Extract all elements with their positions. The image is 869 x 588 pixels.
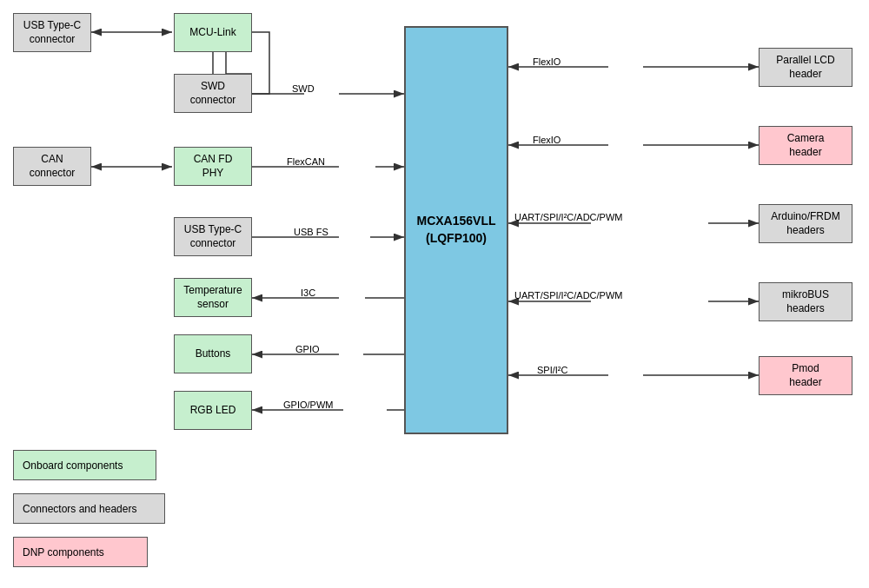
label-flexio1: FlexIO bbox=[533, 56, 561, 67]
label-uart1: UART/SPI/I²C/ADC/PWM bbox=[514, 212, 622, 222]
label-uart2: UART/SPI/I²C/ADC/PWM bbox=[514, 290, 622, 301]
can-connector: CANconnector bbox=[13, 147, 91, 186]
label-swd: SWD bbox=[292, 83, 315, 94]
label-gpio-pwm: GPIO/PWM bbox=[283, 400, 333, 410]
label-flexcan: FlexCAN bbox=[287, 156, 325, 167]
label-flexio2: FlexIO bbox=[533, 135, 561, 145]
rgb-led: RGB LED bbox=[174, 391, 252, 430]
usb-type-c-2: USB Type-Cconnector bbox=[174, 217, 252, 256]
temperature-sensor: Temperaturesensor bbox=[174, 278, 252, 317]
arduino-frdm-headers: Arduino/FRDMheaders bbox=[759, 204, 852, 243]
mcu-link: MCU-Link bbox=[174, 13, 252, 52]
swd-connector: SWDconnector bbox=[174, 74, 252, 113]
label-spi-i2c: SPI/I²C bbox=[537, 365, 567, 375]
diagram-container: SWD FlexCAN USB FS I3C GPIO GPIO/PWM Fle… bbox=[0, 0, 869, 588]
parallel-lcd-header: Parallel LCDheader bbox=[759, 48, 852, 87]
pmod-header: Pmodheader bbox=[759, 356, 852, 395]
legend-dnp: DNP components bbox=[13, 537, 148, 567]
buttons-box: Buttons bbox=[174, 334, 252, 373]
usb-c-connector: USB Type-C connector bbox=[13, 13, 91, 52]
mcu-chip: MCXA156VLL(LQFP100) bbox=[404, 26, 508, 434]
label-gpio: GPIO bbox=[295, 344, 320, 354]
camera-header: Cameraheader bbox=[759, 126, 852, 165]
label-i3c: I3C bbox=[301, 287, 315, 298]
can-fd-phy: CAN FDPHY bbox=[174, 147, 252, 186]
legend-onboard: Onboard components bbox=[13, 450, 156, 480]
legend-connectors: Connectors and headers bbox=[13, 493, 165, 524]
mikrobus-headers: mikroBUSheaders bbox=[759, 282, 852, 321]
label-usbfs: USB FS bbox=[294, 227, 328, 237]
